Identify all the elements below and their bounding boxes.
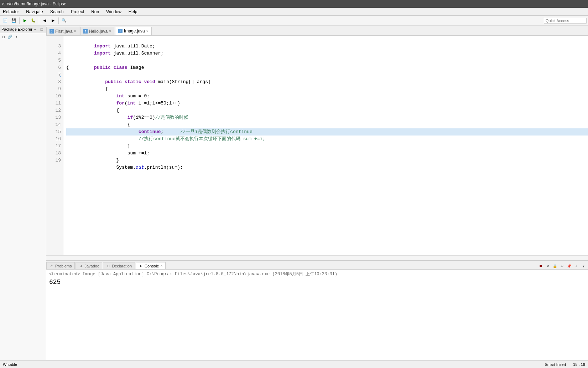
line-num-11: 11 <box>48 100 61 107</box>
menu-refactor[interactable]: Refactor <box>1 9 20 15</box>
left-panel-title: Package Explorer <box>1 27 32 31</box>
toolbar-back[interactable]: ◀ <box>41 17 48 25</box>
tab-javadoc-label: Javadoc <box>84 264 99 268</box>
left-panel-header: Package Explorer − □ <box>0 26 46 33</box>
tab-declaration-label: Declaration <box>112 264 132 268</box>
tab-image-java-close[interactable]: × <box>146 29 149 33</box>
menu-project[interactable]: Project <box>69 9 85 15</box>
new-console-btn[interactable]: + <box>573 263 579 269</box>
tab-java-icon: J <box>50 29 54 34</box>
toolbar-sep-2 <box>39 17 39 24</box>
line-num-14: 14 <box>48 121 61 128</box>
line-num-12: 12 <box>48 107 61 114</box>
stop-console-btn[interactable]: ■ <box>537 263 544 269</box>
tab-first-java-label: First.java <box>55 29 73 34</box>
line-numbers: 3 4 5 6 7• 8 9 10 11 12 13 14 15 16 17 1… <box>46 36 63 255</box>
code-line-5: public class Image <box>66 57 588 64</box>
link-editor-icon[interactable]: 🔗 <box>7 34 13 40</box>
title-text: /src/cn/bamn/Image.java - Eclipse <box>2 1 66 6</box>
toolbar-save[interactable]: 💾 <box>10 17 18 25</box>
clear-console-btn[interactable]: ✕ <box>545 263 551 269</box>
declaration-icon: D <box>106 264 110 268</box>
status-position: 15 : 19 <box>573 362 585 367</box>
code-content[interactable]: import java.util.Date; import java.util.… <box>63 36 588 255</box>
line-num-8: 8 <box>48 78 61 86</box>
tab-first-java-close[interactable]: × <box>74 29 76 33</box>
bottom-tab-row: ⚠ Problems J Javadoc D Declaration ► Con… <box>46 262 588 269</box>
editor-area: J First.java × J Hello.java × J Image.ja… <box>46 26 588 360</box>
code-line-6: { <box>66 64 588 71</box>
left-panel: Package Explorer − □ ⊟ 🔗 ▾ <box>0 26 46 360</box>
code-line-7: public static void main(String[] args) <box>66 71 588 78</box>
code-line-9: int sum = 0; <box>66 86 588 93</box>
line-num-6: 6 <box>48 64 61 71</box>
code-line-2: import java.util.Date; <box>66 36 588 43</box>
tab-problems[interactable]: ⚠ Problems <box>46 262 75 269</box>
toolbar-forward[interactable]: ▶ <box>49 17 57 25</box>
status-smart-insert: Smart Insert <box>545 362 566 367</box>
bottom-tab-actions: ■ ✕ 🔒 ↩ 📌 + ▾ <box>537 263 588 269</box>
console-content: <terminated> Image [Java Application] C:… <box>46 270 588 360</box>
horizontal-scrollbar[interactable] <box>46 255 588 260</box>
status-writable: Writable <box>3 362 17 367</box>
tab-hello-java-close[interactable]: × <box>109 29 111 33</box>
scroll-lock-btn[interactable]: 🔒 <box>552 263 558 269</box>
line-num-2 <box>48 36 61 43</box>
pin-btn[interactable]: 📌 <box>566 263 572 269</box>
tab-first-java[interactable]: J First.java × <box>46 27 79 35</box>
line-num-19: 19 <box>48 157 61 164</box>
collapse-all-icon[interactable]: ⊟ <box>1 34 6 40</box>
maximize-panel-icon[interactable]: □ <box>39 26 45 32</box>
line-num-4: 4 <box>48 50 61 57</box>
code-editor[interactable]: 3 4 5 6 7• 8 9 10 11 12 13 14 15 16 17 1… <box>46 36 588 255</box>
console-terminated-text: <terminated> Image [Java Application] C:… <box>49 271 585 277</box>
minimize-panel-icon[interactable]: − <box>32 26 38 32</box>
status-bar-right: Smart Insert 15 : 19 <box>545 362 585 367</box>
tab-hello-java-label: Hello.java <box>89 29 108 34</box>
bottom-panels: ⚠ Problems J Javadoc D Declaration ► Con… <box>46 260 588 360</box>
line-num-10: 10 <box>48 93 61 100</box>
menu-bar: Refactor Navigate Search Project Run Win… <box>0 8 588 16</box>
tab-console-close[interactable]: × <box>160 264 162 268</box>
javadoc-icon: J <box>79 264 83 268</box>
toolbar: 📄 💾 ▶ 🐛 ◀ ▶ 🔍 <box>0 16 588 26</box>
console-icon: ► <box>139 264 143 268</box>
tab-declaration[interactable]: D Declaration <box>103 262 135 269</box>
line-num-17: 17 <box>48 143 61 150</box>
tab-hello-java[interactable]: J Hello.java × <box>80 27 115 35</box>
status-bar: Writable Smart Insert 15 : 19 <box>0 360 588 368</box>
line-num-3: 3 <box>48 43 61 50</box>
problems-icon: ⚠ <box>50 264 54 268</box>
tab-console[interactable]: ► Console × <box>136 262 166 269</box>
tab-image-java-label: Image.java <box>124 29 145 34</box>
tab-image-java[interactable]: J Image.java × <box>115 27 152 35</box>
toolbar-run[interactable]: ▶ <box>21 17 29 25</box>
menu-run[interactable]: Run <box>90 9 100 15</box>
main-layout: Package Explorer − □ ⊟ 🔗 ▾ J First.java … <box>0 26 588 360</box>
tab-javadoc[interactable]: J Javadoc <box>76 262 102 269</box>
title-bar: /src/cn/bamn/Image.java - Eclipse <box>0 0 588 8</box>
tab-problems-label: Problems <box>55 264 72 268</box>
toolbar-sep-3 <box>58 17 59 24</box>
line-num-13: 13 <box>48 114 61 121</box>
word-wrap-btn[interactable]: ↩ <box>559 263 565 269</box>
menu-navigate[interactable]: Navigate <box>25 9 44 15</box>
toolbar-debug[interactable]: 🐛 <box>30 17 37 25</box>
quick-access-input[interactable] <box>544 18 587 24</box>
toolbar-new[interactable]: 📄 <box>1 17 9 25</box>
menu-help[interactable]: Help <box>127 9 139 15</box>
toolbar-search[interactable]: 🔍 <box>60 17 68 25</box>
code-line-12: if(i%2==0)//是偶数的时候 <box>66 107 588 114</box>
view-menu-btn[interactable]: ▾ <box>580 263 587 269</box>
menu-window[interactable]: Window <box>105 9 123 15</box>
left-panel-toolbar: ⊟ 🔗 ▾ <box>0 33 46 40</box>
bottom-tab-bar: ⚠ Problems J Javadoc D Declaration ► Con… <box>46 261 588 270</box>
code-line-17: sum +=i; <box>66 143 588 150</box>
tab-hello-icon: J <box>83 29 88 34</box>
view-menu-icon[interactable]: ▾ <box>14 34 19 40</box>
line-num-15: 15 <box>48 128 61 136</box>
line-num-9: 9 <box>48 86 61 93</box>
menu-search[interactable]: Search <box>49 9 65 15</box>
console-output: 625 <box>49 278 585 286</box>
line-num-16: 16 <box>48 136 61 143</box>
